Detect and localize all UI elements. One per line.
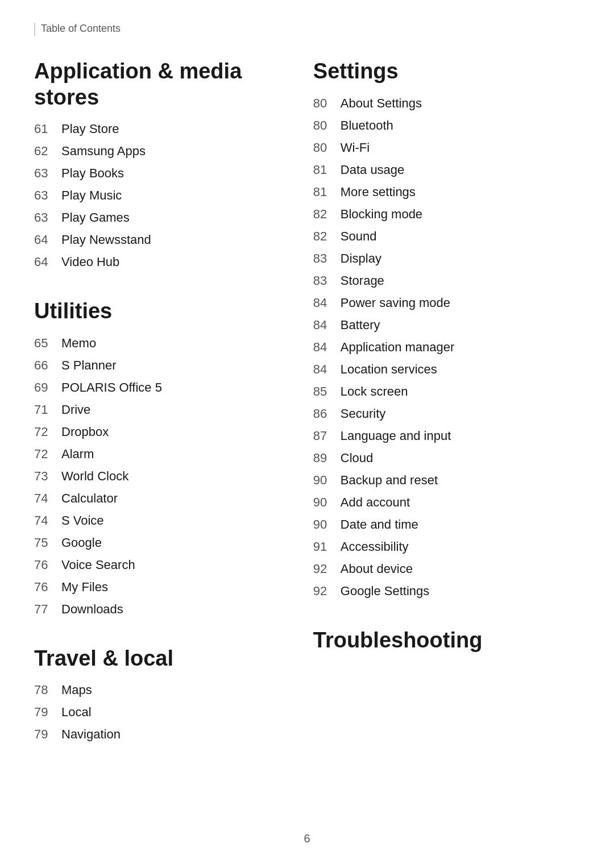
toc-item-label: Application manager — [341, 338, 455, 356]
list-item: 81More settings — [313, 182, 580, 201]
toc-item-label: Security — [341, 404, 385, 423]
list-item: 80About Settings — [313, 94, 580, 113]
toc-page-num: 86 — [313, 404, 341, 423]
toc-item-label: Calculator — [61, 489, 118, 508]
toc-item-label: Voice Search — [61, 555, 135, 574]
list-item: 76Voice Search — [34, 555, 279, 574]
right-column: Settings 80About Settings80Bluetooth80Wi… — [296, 59, 580, 771]
toc-item-label: Local — [61, 703, 92, 721]
list-item: 69POLARIS Office 5 — [34, 378, 279, 397]
list-item: 63Play Games — [34, 208, 279, 227]
toc-item-label: Lock screen — [341, 382, 408, 401]
toc-item-label: Display — [341, 249, 381, 268]
toc-item-label: Wi-Fi — [341, 138, 370, 157]
list-item: 87Language and input — [313, 426, 580, 445]
toc-page-num: 91 — [313, 537, 341, 556]
toc-item-label: Date and time — [341, 515, 418, 534]
section-title-utilities: Utilities — [34, 298, 279, 325]
list-item: 82Sound — [313, 227, 580, 246]
toc-item-label: Play Newsstand — [61, 230, 151, 249]
toc-item-label: POLARIS Office 5 — [61, 378, 162, 397]
toc-page-num: 76 — [34, 578, 61, 596]
left-column: Application & media stores 61Play Store6… — [34, 59, 296, 771]
toc-page-num: 92 — [313, 582, 341, 600]
list-item: 79Navigation — [34, 725, 279, 744]
toc-item-label: Play Music — [61, 186, 122, 205]
list-item: 80Wi-Fi — [313, 138, 580, 157]
section-title-troubleshooting: Troubleshooting — [313, 628, 580, 654]
toc-page-num: 73 — [34, 467, 61, 485]
toc-page-num: 82 — [313, 227, 341, 246]
section-title-application-media-stores: Application & media stores — [34, 59, 279, 110]
toc-page-num: 84 — [313, 360, 341, 379]
toc-page-num: 61 — [34, 119, 61, 138]
toc-item-label: Cloud — [341, 448, 373, 467]
toc-item-label: Accessibility — [341, 537, 409, 556]
list-item: 64Play Newsstand — [34, 230, 279, 249]
two-column-layout: Application & media stores 61Play Store6… — [34, 59, 580, 771]
toc-page-num: 69 — [34, 378, 61, 397]
list-item: 65Memo — [34, 334, 279, 352]
toc-list-travel-local: 78Maps79Local79Navigation — [34, 680, 279, 744]
section-utilities: Utilities 65Memo66S Planner69POLARIS Off… — [34, 298, 279, 618]
toc-item-label: Storage — [341, 271, 384, 290]
toc-page-num: 90 — [313, 493, 341, 512]
toc-page-num: 81 — [313, 182, 341, 201]
toc-item-label: Battery — [341, 315, 380, 334]
toc-page-num: 83 — [313, 249, 341, 268]
list-item: 90Add account — [313, 493, 580, 512]
list-item: 90Date and time — [313, 515, 580, 534]
toc-page-num: 89 — [313, 448, 341, 467]
list-item: 72Dropbox — [34, 422, 279, 441]
list-item: 74S Voice — [34, 511, 279, 530]
toc-item-label: About Settings — [341, 94, 422, 113]
toc-item-label: Samsung Apps — [61, 142, 146, 160]
toc-page-num: 81 — [313, 160, 341, 179]
toc-item-label: Language and input — [341, 426, 451, 445]
toc-list-application-media-stores: 61Play Store62Samsung Apps63Play Books63… — [34, 119, 279, 271]
toc-page-num: 76 — [34, 555, 61, 574]
toc-page-num: 80 — [313, 94, 341, 113]
toc-page-num: 63 — [34, 164, 61, 182]
list-item: 77Downloads — [34, 600, 279, 618]
toc-page-num: 90 — [313, 515, 341, 534]
toc-page-num: 66 — [34, 356, 61, 375]
list-item: 72Alarm — [34, 445, 279, 463]
toc-item-label: Dropbox — [61, 422, 109, 441]
toc-item-label: Power saving mode — [341, 293, 450, 312]
toc-page-num: 63 — [34, 208, 61, 227]
toc-page-num: 80 — [313, 116, 341, 135]
section-title-settings: Settings — [313, 59, 580, 85]
toc-page-num: 77 — [34, 600, 61, 618]
toc-item-label: Google Settings — [341, 582, 430, 600]
list-item: 61Play Store — [34, 119, 279, 138]
toc-item-label: Drive — [61, 400, 90, 419]
list-item: 63Play Books — [34, 164, 279, 182]
toc-page-num: 72 — [34, 422, 61, 441]
list-item: 83Storage — [313, 271, 580, 290]
list-item: 66S Planner — [34, 356, 279, 375]
toc-item-label: S Planner — [61, 356, 117, 375]
toc-page-num: 79 — [34, 703, 61, 721]
list-item: 92Google Settings — [313, 582, 580, 600]
section-application-media-stores: Application & media stores 61Play Store6… — [34, 59, 279, 271]
toc-page-num: 64 — [34, 252, 61, 271]
page-container: Table of Contents Application & media st… — [0, 0, 614, 868]
list-item: 78Maps — [34, 680, 279, 699]
toc-page-num: 84 — [313, 293, 341, 312]
toc-page-num: 85 — [313, 382, 341, 401]
toc-item-label: Blocking mode — [341, 205, 422, 223]
toc-item-label: About device — [341, 559, 413, 578]
list-item: 62Samsung Apps — [34, 142, 279, 160]
toc-page-num: 90 — [313, 471, 341, 489]
toc-item-label: Add account — [341, 493, 410, 512]
list-item: 92About device — [313, 559, 580, 578]
toc-page-num: 87 — [313, 426, 341, 445]
list-item: 81Data usage — [313, 160, 580, 179]
toc-page-num: 75 — [34, 533, 61, 552]
toc-item-label: World Clock — [61, 467, 128, 485]
toc-item-label: Maps — [61, 680, 92, 699]
list-item: 76My Files — [34, 578, 279, 596]
toc-page-num: 82 — [313, 205, 341, 223]
toc-item-label: Video Hub — [61, 252, 119, 271]
